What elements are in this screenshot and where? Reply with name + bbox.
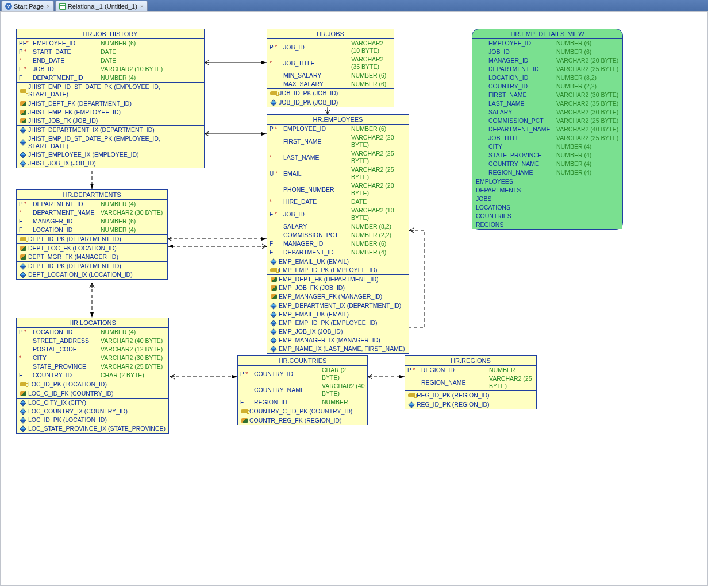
column-row: STATE_PROVINCENUMBER (4) xyxy=(472,151,622,160)
view-ref-row: COUNTRIES xyxy=(472,212,622,220)
index-row: EMP_EMAIL_UK (EMAIL) xyxy=(267,257,409,266)
tab-label: Relational_1 (Untitled_1) xyxy=(68,3,137,10)
close-icon[interactable]: × xyxy=(140,3,144,10)
column-row: SALARYVARCHAR2 (30 BYTE) xyxy=(472,108,622,117)
column-row: COUNTRY_NAMEVARCHAR2 (40 BYTE) xyxy=(238,382,367,398)
view-ref-row: JOBS xyxy=(472,195,622,203)
tab-label: Start Page xyxy=(14,3,44,10)
entity-job-history[interactable]: HR.JOB_HISTORYPF*EMPLOYEE_IDNUMBER (6)P … xyxy=(16,29,205,168)
column-row: F *JOB_IDVARCHAR2 (10 BYTE) xyxy=(17,65,204,74)
index-row: DEPT_LOC_FK (LOCATION_ID) xyxy=(17,244,167,253)
entity-header[interactable]: HR.JOB_HISTORY xyxy=(17,29,204,39)
column-row: MANAGER_IDVARCHAR2 (20 BYTE) xyxy=(472,56,622,65)
index-row: DEPT_ID_PK (DEPARTMENT_ID) xyxy=(17,262,167,270)
index-row: REG_ID_PK (REGION_ID) xyxy=(405,391,536,400)
entity-regions[interactable]: HR.REGIONSP *REGION_IDNUMBER REGION_NAME… xyxy=(405,355,537,409)
column-row: P *START_DATEDATE xyxy=(17,48,204,56)
entity-emp-details-view[interactable]: HR.EMP_DETAILS_VIEW EMPLOYEE_IDNUMBER (6… xyxy=(472,29,623,230)
entity-countries[interactable]: HR.COUNTRIESP *COUNTRY_IDCHAR (2 BYTE) C… xyxy=(237,355,368,425)
entity-header[interactable]: HR.COUNTRIES xyxy=(238,356,367,366)
index-row: JHIST_DEPARTMENT_IX (DEPARTMENT_ID) xyxy=(17,126,204,134)
column-row: U *EMAILVARCHAR2 (25 BYTE) xyxy=(267,165,409,181)
column-row: F MANAGER_IDNUMBER (6) xyxy=(267,239,409,248)
index-row: EMP_DEPARTMENT_IX (DEPARTMENT_ID) xyxy=(267,301,409,310)
column-row: P *JOB_IDVARCHAR2 (10 BYTE) xyxy=(267,39,394,55)
column-row: P *DEPARTMENT_IDNUMBER (4) xyxy=(17,200,167,208)
index-row: JOB_ID_PK (JOB_ID) xyxy=(267,98,394,107)
column-row: COUNTRY_IDNUMBER (2,2) xyxy=(472,82,622,91)
entity-header[interactable]: HR.JOBS xyxy=(267,29,394,39)
entity-header[interactable]: HR.LOCATIONS xyxy=(17,318,168,328)
index-row: LOC_COUNTRY_IX (COUNTRY_ID) xyxy=(17,407,168,416)
column-row: JOB_IDNUMBER (6) xyxy=(472,48,622,56)
column-row: MAX_SALARYNUMBER (6) xyxy=(267,80,394,88)
entity-employees[interactable]: HR.EMPLOYEESP *EMPLOYEE_IDNUMBER (6) FIR… xyxy=(267,114,409,354)
index-row: JHIST_EMPLOYEE_IX (EMPLOYEE_ID) xyxy=(17,150,204,159)
index-row: JHIST_DEPT_FK (DEPARTMENT_ID) xyxy=(17,99,204,108)
column-row: F COUNTRY_IDCHAR (2 BYTE) xyxy=(17,371,168,380)
close-icon[interactable]: × xyxy=(47,3,50,10)
entity-header[interactable]: HR.DEPARTMENTS xyxy=(17,190,167,200)
column-row: FIRST_NAMEVARCHAR2 (20 BYTE) xyxy=(267,133,409,149)
index-row: JHIST_JOB_FK (JOB_ID) xyxy=(17,117,204,125)
entity-jobs[interactable]: HR.JOBSP *JOB_IDVARCHAR2 (10 BYTE) * JOB… xyxy=(267,29,394,107)
entity-header[interactable]: HR.EMP_DETAILS_VIEW xyxy=(472,29,622,39)
tab-start-page[interactable]: ? Start Page × xyxy=(1,1,54,11)
entity-locations[interactable]: HR.LOCATIONSP *LOCATION_IDNUMBER (4) STR… xyxy=(16,318,169,434)
index-row: LOC_C_ID_FK (COUNTRY_ID) xyxy=(17,389,168,398)
index-row: EMP_EMP_ID_PK (EMPLOYEE_ID) xyxy=(267,266,409,274)
column-row: COUNTRY_NAMENUMBER (4) xyxy=(472,160,622,168)
entity-departments[interactable]: HR.DEPARTMENTSP *DEPARTMENT_IDNUMBER (4)… xyxy=(16,189,168,280)
index-row: EMP_DEPT_FK (DEPARTMENT_ID) xyxy=(267,275,409,284)
column-row: F DEPARTMENT_IDNUMBER (4) xyxy=(267,248,409,257)
column-row: STATE_PROVINCEVARCHAR2 (25 BYTE) xyxy=(17,362,168,371)
index-row: COUNTR_REG_FK (REGION_ID) xyxy=(238,416,367,425)
column-row: P *REGION_IDNUMBER xyxy=(405,366,536,374)
column-row: PHONE_NUMBERVARCHAR2 (20 BYTE) xyxy=(267,181,409,198)
entity-header[interactable]: HR.EMPLOYEES xyxy=(267,115,409,125)
column-row: DEPARTMENT_NAMEVARCHAR2 (40 BYTE) xyxy=(472,125,622,134)
tab-relational[interactable]: Relational_1 (Untitled_1) × xyxy=(55,1,148,11)
index-row: LOC_STATE_PROVINCE_IX (STATE_PROVINCE) xyxy=(17,424,168,433)
column-row: COMMISSION_PCTNUMBER (2,2) xyxy=(267,231,409,239)
index-row: JHIST_JOB_IX (JOB_ID) xyxy=(17,159,204,168)
column-row: CITYNUMBER (4) xyxy=(472,142,622,151)
column-row: * END_DATEDATE xyxy=(17,56,204,65)
column-row: P *EMPLOYEE_IDNUMBER (6) xyxy=(267,125,409,133)
column-row: STREET_ADDRESSVARCHAR2 (40 BYTE) xyxy=(17,336,168,345)
index-row: EMP_MANAGER_IX (MANAGER_ID) xyxy=(267,336,409,345)
index-row: DEPT_MGR_FK (MANAGER_ID) xyxy=(17,253,167,261)
column-row: EMPLOYEE_IDNUMBER (6) xyxy=(472,39,622,48)
view-ref-row: DEPARTMENTS xyxy=(472,186,622,195)
column-row: SALARYNUMBER (8,2) xyxy=(267,222,409,231)
column-row: FIRST_NAMEVARCHAR2 (30 BYTE) xyxy=(472,91,622,99)
index-row: EMP_JOB_FK (JOB_ID) xyxy=(267,284,409,292)
index-row: JOB_ID_PK (JOB_ID) xyxy=(267,89,394,98)
column-row: DEPARTMENT_IDVARCHAR2 (25 BYTE) xyxy=(472,65,622,74)
column-row: * HIRE_DATEDATE xyxy=(267,198,409,206)
column-row: F LOCATION_IDNUMBER (4) xyxy=(17,226,167,234)
diagram-canvas[interactable]: HR.JOB_HISTORYPF*EMPLOYEE_IDNUMBER (6)P … xyxy=(0,11,708,586)
tab-bar: ? Start Page × Relational_1 (Untitled_1)… xyxy=(0,0,708,11)
column-row: F REGION_IDNUMBER xyxy=(238,398,367,407)
index-row: EMP_EMAIL_UK (EMAIL) xyxy=(267,310,409,319)
index-row: EMP_MANAGER_FK (MANAGER_ID) xyxy=(267,292,409,301)
column-row: LOCATION_IDNUMBER (8,2) xyxy=(472,74,622,82)
column-row: F DEPARTMENT_IDNUMBER (4) xyxy=(17,74,204,82)
column-row: * LAST_NAMEVARCHAR2 (25 BYTE) xyxy=(267,149,409,165)
index-row: EMP_JOB_IX (JOB_ID) xyxy=(267,327,409,336)
database-icon xyxy=(59,3,66,10)
help-icon: ? xyxy=(5,3,12,10)
column-row: PF*EMPLOYEE_IDNUMBER (6) xyxy=(17,39,204,48)
view-ref-row: LOCATIONS xyxy=(472,203,622,212)
index-row: JHIST_EMP_FK (EMPLOYEE_ID) xyxy=(17,108,204,117)
entity-header[interactable]: HR.REGIONS xyxy=(405,356,536,366)
index-row: JHIST_EMP_ID_ST_DATE_PK (EMPLOYEE_ID, ST… xyxy=(17,83,204,99)
column-row: MIN_SALARYNUMBER (6) xyxy=(267,71,394,80)
index-row: JHIST_EMP_ID_ST_DATE_PK (EMPLOYEE_ID, ST… xyxy=(17,134,204,150)
index-row: EMP_EMP_ID_PK (EMPLOYEE_ID) xyxy=(267,319,409,327)
view-ref-row: EMPLOYEES xyxy=(472,177,622,186)
column-row: * CITYVARCHAR2 (30 BYTE) xyxy=(17,354,168,362)
index-row: DEPT_LOCATION_IX (LOCATION_ID) xyxy=(17,270,167,279)
index-row: REG_ID_PK (REGION_ID) xyxy=(405,400,536,409)
